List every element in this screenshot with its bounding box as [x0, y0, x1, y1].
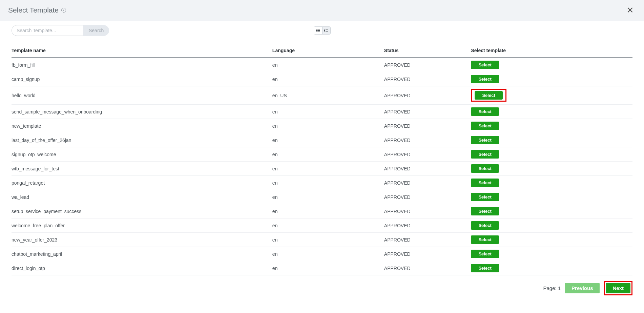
cell-template-name: fb_form_fill [12, 58, 272, 72]
table-body: fb_form_fillenAPPROVEDSelectcamp_signupe… [12, 58, 632, 275]
table-row: setup_service_payment_successenAPPROVEDS… [12, 204, 632, 218]
cell-status: APPROVED [384, 261, 471, 275]
select-button[interactable]: Select [471, 193, 499, 201]
select-button[interactable]: Select [471, 207, 499, 215]
cell-select: Select [471, 176, 632, 190]
cell-language: en [272, 58, 384, 72]
cell-language: en [272, 147, 384, 162]
cell-language: en [272, 261, 384, 275]
cell-language: en [272, 218, 384, 233]
cell-language: en [272, 176, 384, 190]
cell-language: en [272, 162, 384, 176]
cell-status: APPROVED [384, 72, 471, 86]
search-input[interactable] [12, 25, 83, 36]
pagination: Page: 1 Previous Next [12, 281, 632, 295]
cell-template-name: welcome_free_plan_offer [12, 218, 272, 233]
view-detailed-list-icon[interactable] [314, 27, 322, 34]
cell-status: APPROVED [384, 147, 471, 162]
cell-language: en [272, 190, 384, 204]
search-button[interactable]: Search [83, 25, 109, 36]
cell-select: Select [471, 72, 632, 86]
select-button[interactable]: Select [471, 179, 499, 187]
cell-select: Select [471, 86, 632, 105]
table-row: send_sample_message_when_onboardingenAPP… [12, 105, 632, 119]
modal-header: Select Template i ✕ [0, 0, 644, 21]
col-select-header: Select template [471, 44, 632, 58]
select-button[interactable]: Select [471, 221, 499, 230]
table-row: new_year_offer_2023enAPPROVEDSelect [12, 233, 632, 247]
cell-template-name: hello_world [12, 86, 272, 105]
cell-status: APPROVED [384, 218, 471, 233]
cell-language: en [272, 119, 384, 133]
cell-select: Select [471, 261, 632, 275]
cell-status: APPROVED [384, 119, 471, 133]
select-button[interactable]: Select [471, 235, 499, 244]
highlight-next: Next [604, 281, 632, 295]
select-button[interactable]: Select [471, 122, 499, 130]
close-icon[interactable]: ✕ [624, 5, 636, 15]
table-header: Template name Language Status Select tem… [12, 44, 632, 58]
modal-title: Select Template [8, 6, 59, 14]
cell-status: APPROVED [384, 190, 471, 204]
page-label: Page: 1 [543, 285, 561, 291]
cell-status: APPROVED [384, 162, 471, 176]
table-row: camp_signupenAPPROVEDSelect [12, 72, 632, 86]
select-button[interactable]: Select [471, 107, 499, 116]
cell-select: Select [471, 162, 632, 176]
cell-template-name: wa_lead [12, 190, 272, 204]
cell-select: Select [471, 218, 632, 233]
cell-language: en [272, 133, 384, 147]
col-status-header: Status [384, 44, 471, 58]
cell-status: APPROVED [384, 176, 471, 190]
cell-language: en [272, 233, 384, 247]
cell-select: Select [471, 190, 632, 204]
cell-template-name: setup_service_payment_success [12, 204, 272, 218]
cell-select: Select [471, 204, 632, 218]
list-compact-icon [324, 29, 328, 32]
select-button[interactable]: Select [471, 136, 499, 144]
cell-template-name: direct_login_otp [12, 261, 272, 275]
view-compact-list-icon[interactable] [322, 27, 330, 34]
select-button[interactable]: Select [475, 91, 502, 100]
cell-template-name: send_sample_message_when_onboarding [12, 105, 272, 119]
cell-template-name: pongal_retarget [12, 176, 272, 190]
select-button[interactable]: Select [471, 250, 499, 258]
table-row: hello_worlden_USAPPROVEDSelect [12, 86, 632, 105]
list-icon [316, 29, 320, 32]
table-row: last_day_of_the_offer_26janenAPPROVEDSel… [12, 133, 632, 147]
cell-language: en_US [272, 86, 384, 105]
select-button[interactable]: Select [471, 150, 499, 159]
select-button[interactable]: Select [471, 61, 499, 69]
table-row: chatbot_marketing_aprilenAPPROVEDSelect [12, 247, 632, 261]
cell-template-name: camp_signup [12, 72, 272, 86]
search-control: Search [12, 25, 109, 36]
cell-template-name: signup_otp_welcome [12, 147, 272, 162]
table-row: wtb_message_for_testenAPPROVEDSelect [12, 162, 632, 176]
col-name-header: Template name [12, 44, 272, 58]
template-table: Template name Language Status Select tem… [12, 44, 632, 275]
cell-select: Select [471, 58, 632, 72]
cell-template-name: wtb_message_for_test [12, 162, 272, 176]
cell-select: Select [471, 133, 632, 147]
cell-select: Select [471, 233, 632, 247]
info-icon[interactable]: i [61, 8, 66, 13]
next-button[interactable]: Next [606, 283, 630, 293]
table-row: new_templateenAPPROVEDSelect [12, 119, 632, 133]
cell-select: Select [471, 247, 632, 261]
cell-status: APPROVED [384, 204, 471, 218]
table-row: direct_login_otpenAPPROVEDSelect [12, 261, 632, 275]
cell-template-name: last_day_of_the_offer_26jan [12, 133, 272, 147]
cell-status: APPROVED [384, 105, 471, 119]
table-row: fb_form_fillenAPPROVEDSelect [12, 58, 632, 72]
select-button[interactable]: Select [471, 164, 499, 173]
prev-button[interactable]: Previous [565, 283, 600, 293]
cell-template-name: new_year_offer_2023 [12, 233, 272, 247]
cell-status: APPROVED [384, 86, 471, 105]
cell-select: Select [471, 105, 632, 119]
cell-language: en [272, 72, 384, 86]
select-button[interactable]: Select [471, 264, 499, 272]
table-row: welcome_free_plan_offerenAPPROVEDSelect [12, 218, 632, 233]
col-lang-header: Language [272, 44, 384, 58]
select-button[interactable]: Select [471, 75, 499, 83]
cell-status: APPROVED [384, 133, 471, 147]
